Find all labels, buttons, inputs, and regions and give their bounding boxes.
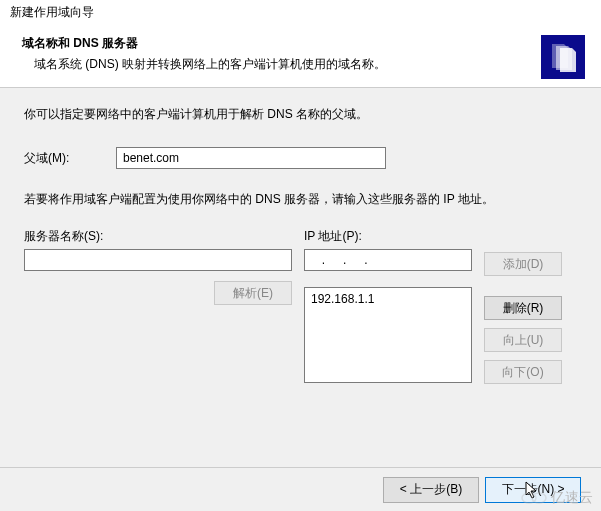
dns-note-text: 若要将作用域客户端配置为使用你网络中的 DNS 服务器，请输入这些服务器的 IP… bbox=[24, 191, 577, 208]
ip-address-label: IP 地址(P): bbox=[304, 228, 472, 245]
parent-domain-row: 父域(M): bbox=[24, 147, 577, 169]
window-title: 新建作用域向导 bbox=[0, 0, 601, 27]
next-button[interactable]: 下一步(N) > bbox=[485, 477, 581, 503]
resolve-button[interactable]: 解析(E) bbox=[214, 281, 292, 305]
ip-address-input[interactable] bbox=[304, 249, 472, 271]
move-up-button[interactable]: 向上(U) bbox=[484, 328, 562, 352]
list-item[interactable]: 192.168.1.1 bbox=[311, 292, 465, 306]
server-name-label: 服务器名称(S): bbox=[24, 228, 292, 245]
dhcp-scope-icon bbox=[541, 35, 585, 79]
wizard-footer: < 上一步(B) 下一步(N) > bbox=[0, 467, 601, 511]
ip-address-list[interactable]: 192.168.1.1 bbox=[304, 287, 472, 383]
back-button[interactable]: < 上一步(B) bbox=[383, 477, 479, 503]
parent-domain-label: 父域(M): bbox=[24, 150, 116, 167]
move-down-button[interactable]: 向下(O) bbox=[484, 360, 562, 384]
wizard-body: 你可以指定要网络中的客户端计算机用于解析 DNS 名称的父域。 父域(M): 若… bbox=[0, 88, 601, 480]
header-subtitle: 域名系统 (DNS) 映射并转换网络上的客户端计算机使用的域名称。 bbox=[22, 56, 585, 73]
instruction-text: 你可以指定要网络中的客户端计算机用于解析 DNS 名称的父域。 bbox=[24, 106, 577, 123]
server-name-input[interactable] bbox=[24, 249, 292, 271]
parent-domain-input[interactable] bbox=[116, 147, 386, 169]
add-button[interactable]: 添加(D) bbox=[484, 252, 562, 276]
remove-button[interactable]: 删除(R) bbox=[484, 296, 562, 320]
header-title: 域名称和 DNS 服务器 bbox=[22, 35, 585, 52]
wizard-header: 域名称和 DNS 服务器 域名系统 (DNS) 映射并转换网络上的客户端计算机使… bbox=[0, 27, 601, 88]
